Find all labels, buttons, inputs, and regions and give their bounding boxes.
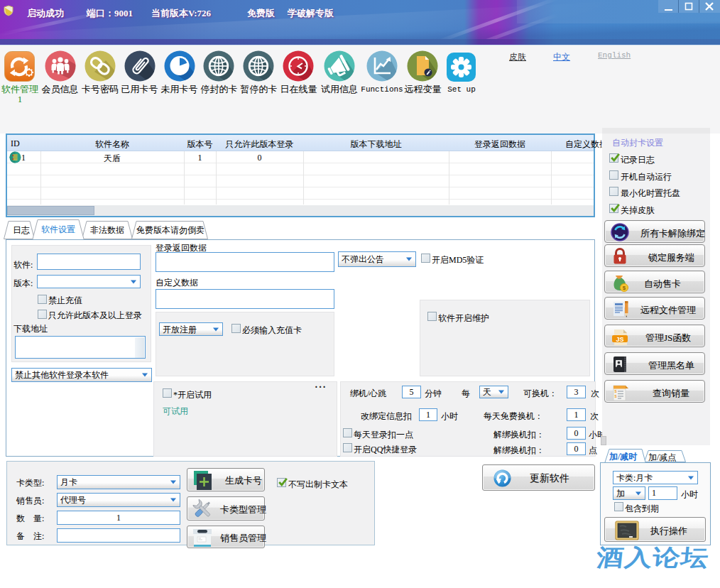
svg-text:$: $ bbox=[615, 394, 617, 398]
svg-text:$: $ bbox=[615, 389, 617, 393]
svg-text:$: $ bbox=[623, 285, 626, 291]
svg-text:JS: JS bbox=[616, 336, 623, 343]
